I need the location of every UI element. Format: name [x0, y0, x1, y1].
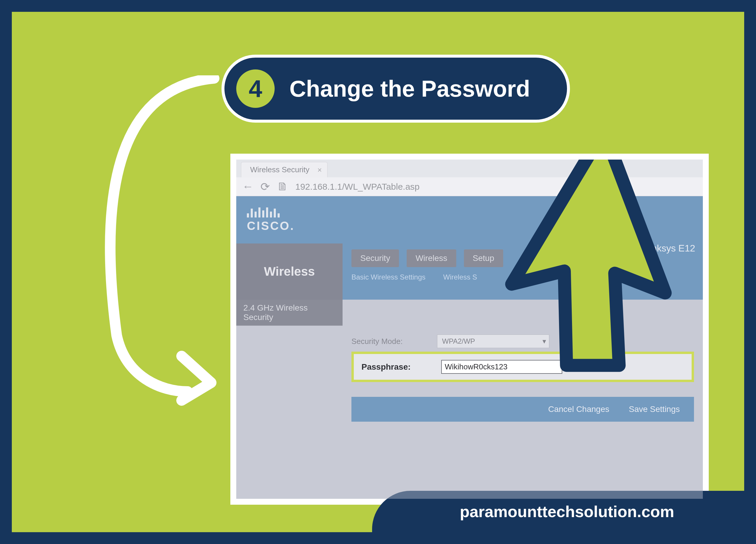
screenshot-content: Wireless Security × ← ⟳ 🗎 192.168.1.1/WL… [236, 159, 703, 499]
close-icon[interactable]: × [317, 165, 322, 174]
action-bar: Cancel Changes Save Settings [351, 397, 694, 422]
nav-section-label: Wireless [236, 243, 343, 300]
tab-security[interactable]: Security [351, 249, 399, 267]
site-badge: paramounttechsolution.com [372, 491, 744, 532]
pointer-arrow-icon [478, 159, 703, 384]
curved-arrow-icon [96, 75, 223, 406]
step-title-pill: 4 Change the Password [221, 55, 570, 123]
card-frame: 4 Change the Password Wireless Security … [12, 12, 744, 532]
security-mode-label: Security Mode: [351, 337, 428, 346]
cancel-button[interactable]: Cancel Changes [543, 402, 615, 416]
step-number-badge: 4 [236, 69, 275, 108]
subnav-basic-settings[interactable]: Basic Wireless Settings [351, 273, 426, 281]
back-icon[interactable]: ← [242, 180, 253, 193]
site-url: paramounttechsolution.com [460, 502, 674, 521]
url-text[interactable]: 192.168.1.1/WL_WPATable.asp [295, 182, 420, 192]
passphrase-label: Passphrase: [361, 362, 432, 372]
browser-tab[interactable]: Wireless Security × [241, 162, 328, 177]
tab-title: Wireless Security [250, 165, 309, 174]
reload-icon[interactable]: ⟳ [260, 180, 270, 193]
subnav-wireless-security[interactable]: Wireless S [443, 273, 477, 281]
section-heading: 2.4 GHz Wireless Security [236, 300, 343, 326]
tab-wireless[interactable]: Wireless [407, 249, 456, 267]
save-button[interactable]: Save Settings [623, 402, 685, 416]
step-title: Change the Password [289, 75, 530, 102]
cisco-logo: CISCO. [247, 207, 295, 232]
brand-text: CISCO. [247, 219, 295, 232]
cisco-bars-icon [247, 207, 295, 217]
page-icon: 🗎 [277, 180, 288, 193]
screenshot-frame: Wireless Security × ← ⟳ 🗎 192.168.1.1/WL… [230, 154, 709, 505]
security-mode-value: WPA2/WP [442, 337, 475, 345]
